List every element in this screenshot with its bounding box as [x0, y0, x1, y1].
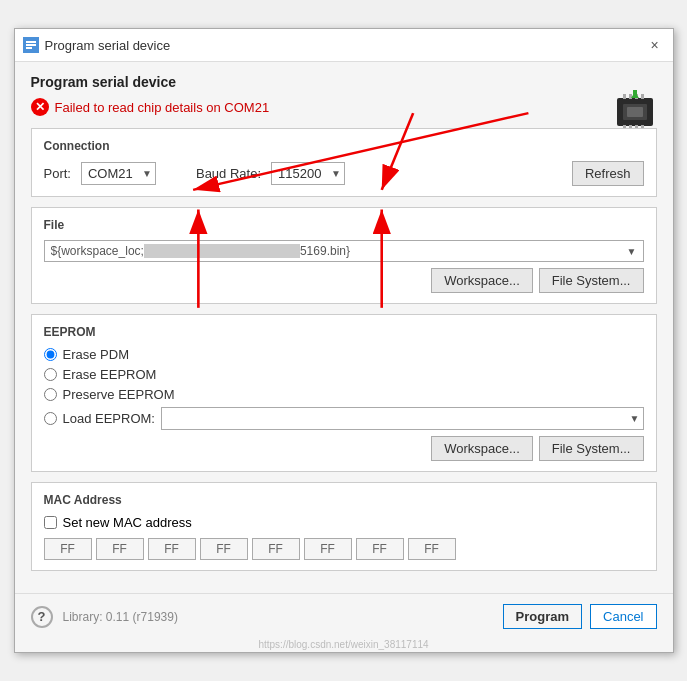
eeprom-filesystem-button[interactable]: File System... [539, 436, 644, 461]
file-section: File ${workspace_loc;hidden5169.bin} ▼ W… [31, 207, 657, 304]
file-label: File [44, 218, 644, 232]
svg-rect-6 [627, 107, 643, 117]
erase-pdm-radio[interactable] [44, 348, 57, 361]
load-eeprom-radio[interactable] [44, 412, 57, 425]
svg-rect-16 [633, 90, 637, 95]
port-select-wrapper: COM21 ▼ [81, 162, 156, 185]
mac-field-7: FF [356, 538, 404, 560]
baud-select-wrapper: 115200 57600 9600 ▼ [271, 162, 345, 185]
load-eeprom-label: Load EEPROM: [63, 411, 156, 426]
connection-section: Connection Port: COM21 ▼ Baud Rate: 1152… [31, 128, 657, 197]
error-icon: ✕ [31, 98, 49, 116]
program-button[interactable]: Program [503, 604, 582, 629]
preserve-eeprom-row: Preserve EEPROM [44, 387, 644, 402]
mac-field-3: FF [148, 538, 196, 560]
window-title: Program serial device [45, 38, 171, 53]
footer-left: ? Library: 0.11 (r71939) [31, 606, 178, 628]
erase-eeprom-radio[interactable] [44, 368, 57, 381]
library-info: Library: 0.11 (r71939) [63, 610, 178, 624]
connection-row: Port: COM21 ▼ Baud Rate: 115200 57600 96… [44, 161, 644, 186]
eeprom-workspace-button[interactable]: Workspace... [431, 436, 533, 461]
load-eeprom-row: Load EEPROM: ▼ [44, 407, 644, 430]
mac-field-1: FF [44, 538, 92, 560]
file-input[interactable]: ${workspace_loc;hidden5169.bin} ▼ [44, 240, 644, 262]
watermark: https://blog.csdn.net/weixin_38117114 [15, 639, 673, 652]
dialog-title: Program serial device [31, 74, 657, 90]
close-button[interactable]: × [645, 35, 665, 55]
mac-fields: FF FF FF FF FF FF FF FF [44, 538, 644, 560]
eeprom-label: EEPROM [44, 325, 644, 339]
main-window: Program serial device × Program serial d… [14, 28, 674, 653]
erase-pdm-label: Erase PDM [63, 347, 129, 362]
erase-eeprom-row: Erase EEPROM [44, 367, 644, 382]
refresh-button[interactable]: Refresh [572, 161, 644, 186]
svg-rect-2 [26, 44, 36, 46]
port-select[interactable]: COM21 [81, 162, 156, 185]
file-buttons: Workspace... File System... [44, 268, 644, 293]
mac-checkbox-label: Set new MAC address [63, 515, 192, 530]
load-eeprom-select-wrapper: ▼ [161, 407, 644, 430]
window-icon [23, 37, 39, 53]
svg-rect-3 [26, 47, 32, 49]
preserve-eeprom-radio[interactable] [44, 388, 57, 401]
help-button[interactable]: ? [31, 606, 53, 628]
titlebar-left: Program serial device [23, 37, 171, 53]
erase-eeprom-label: Erase EEPROM [63, 367, 157, 382]
mac-field-8: FF [408, 538, 456, 560]
erase-pdm-row: Erase PDM [44, 347, 644, 362]
file-row: ${workspace_loc;hidden5169.bin} ▼ [44, 240, 644, 262]
svg-rect-1 [26, 41, 36, 43]
dialog-content: Program serial device ✕ Failed to read c… [15, 62, 673, 593]
svg-rect-8 [629, 94, 632, 99]
error-row: ✕ Failed to read chip details on COM21 [31, 98, 657, 116]
port-label: Port: [44, 166, 71, 181]
eeprom-file-buttons: Workspace... File System... [44, 436, 644, 461]
svg-rect-10 [641, 94, 644, 99]
connection-label: Connection [44, 139, 644, 153]
load-eeprom-select[interactable] [161, 407, 644, 430]
footer: ? Library: 0.11 (r71939) Program Cancel [15, 593, 673, 639]
baud-select[interactable]: 115200 57600 9600 [271, 162, 345, 185]
mac-checkbox-row: Set new MAC address [44, 515, 644, 530]
titlebar: Program serial device × [15, 29, 673, 62]
mac-section: MAC Address Set new MAC address FF FF FF… [31, 482, 657, 571]
file-workspace-button[interactable]: Workspace... [431, 268, 533, 293]
preserve-eeprom-label: Preserve EEPROM [63, 387, 175, 402]
file-dropdown-icon: ▼ [627, 246, 637, 257]
mac-field-4: FF [200, 538, 248, 560]
error-message: Failed to read chip details on COM21 [55, 100, 270, 115]
footer-right: Program Cancel [503, 604, 657, 629]
mac-checkbox[interactable] [44, 516, 57, 529]
baud-label: Baud Rate: [196, 166, 261, 181]
mac-label: MAC Address [44, 493, 644, 507]
mac-field-6: FF [304, 538, 352, 560]
eeprom-section: EEPROM Erase PDM Erase EEPROM Preserve E… [31, 314, 657, 472]
file-filesystem-button[interactable]: File System... [539, 268, 644, 293]
file-value: ${workspace_loc;hidden5169.bin} [51, 244, 351, 258]
mac-field-2: FF [96, 538, 144, 560]
mac-field-5: FF [252, 538, 300, 560]
cancel-button[interactable]: Cancel [590, 604, 656, 629]
svg-rect-7 [623, 94, 626, 99]
